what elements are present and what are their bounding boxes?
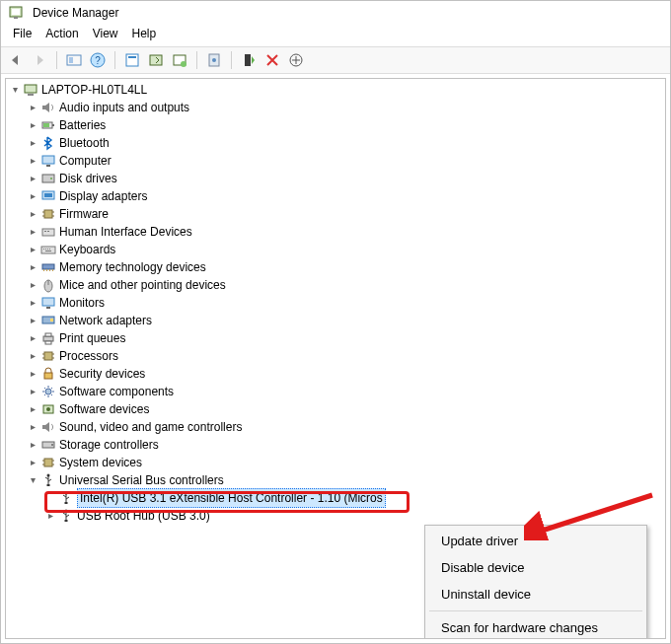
usb-icon	[58, 490, 74, 506]
update-icon[interactable]	[145, 49, 167, 71]
expander-icon[interactable]: ▸	[26, 420, 39, 434]
ctx-uninstall-device[interactable]: Uninstall device	[425, 581, 646, 608]
tree-category[interactable]: ▸Memory technology devices	[8, 258, 665, 276]
tree-category[interactable]: ▸Software devices	[8, 400, 665, 418]
svg-rect-76	[65, 502, 68, 504]
expander-icon[interactable]: ▾	[8, 83, 22, 97]
tree-category[interactable]: ▸Mice and other pointing devices	[8, 276, 665, 294]
chip-icon	[40, 206, 56, 222]
expander-icon[interactable]: ▸	[26, 385, 39, 398]
toolbar: ?	[1, 46, 670, 74]
menu-file[interactable]: File	[7, 25, 37, 42]
svg-rect-23	[42, 175, 54, 182]
help-icon[interactable]: ?	[87, 49, 109, 71]
expander-icon[interactable]: ▸	[26, 349, 39, 363]
svg-text:?: ?	[95, 55, 101, 66]
tree-category[interactable]: ▸Sound, video and game controllers	[8, 418, 665, 436]
tree-category[interactable]: ▸Disk drives	[8, 170, 665, 187]
svg-point-11	[181, 61, 186, 67]
add-legacy-icon[interactable]	[285, 49, 307, 71]
svg-rect-79	[65, 520, 68, 522]
expander-icon[interactable]: ▸	[43, 509, 57, 523]
tree-category[interactable]: ▸Bluetooth	[8, 134, 665, 152]
expander-icon[interactable]: ▸	[26, 225, 39, 239]
toolbar-separator	[196, 51, 197, 69]
tree-item-label: Batteries	[59, 116, 112, 134]
tree-category[interactable]: ▸Firmware	[8, 205, 665, 223]
expander-icon[interactable]: ▸	[26, 189, 39, 203]
expander-icon[interactable]: ▸	[26, 456, 39, 469]
svg-rect-73	[47, 484, 50, 486]
expander-icon[interactable]: ▸	[26, 101, 39, 114]
tree-category[interactable]: ▸Security devices	[8, 365, 665, 383]
speaker-icon	[40, 100, 56, 115]
tree-item-label: Security devices	[59, 365, 151, 383]
tree-category[interactable]: ▸Processors	[8, 347, 665, 365]
app-icon	[8, 5, 24, 21]
svg-rect-17	[28, 94, 34, 96]
tree-category-usb[interactable]: ▾Universal Serial Bus controllers	[8, 471, 665, 489]
tree-item-label: Firmware	[59, 205, 114, 223]
tree-item-label: Software devices	[59, 400, 155, 418]
tree-item-label: Disk drives	[59, 170, 123, 187]
expander-icon[interactable]: ▸	[26, 243, 39, 256]
ctx-scan-hardware[interactable]: Scan for hardware changes	[425, 614, 646, 639]
expander-icon[interactable]: ▸	[26, 367, 39, 381]
disable-icon[interactable]	[238, 49, 260, 71]
tree-category[interactable]: ▸System devices	[8, 454, 665, 471]
tree-item-usb-root-hub[interactable]: ▸USB Root Hub (USB 3.0)	[8, 507, 665, 525]
expander-icon[interactable]: ▾	[26, 473, 39, 487]
tree-category[interactable]: ▸Computer	[8, 152, 665, 170]
tree-item-usb-controller[interactable]: Intel(R) USB 3.1 eXtensible Host Control…	[8, 489, 665, 507]
show-hidden-icon[interactable]	[63, 49, 85, 71]
svg-rect-53	[45, 333, 51, 336]
storage-icon	[40, 437, 56, 453]
svg-rect-43	[46, 269, 47, 271]
back-button[interactable]	[5, 49, 27, 71]
scan-icon[interactable]	[169, 49, 190, 71]
expander-icon[interactable]: ▸	[26, 314, 39, 327]
tree-category[interactable]: ▸Software components	[8, 383, 665, 400]
ctx-disable-device[interactable]: Disable device	[425, 554, 646, 581]
tree-item-label: Software components	[59, 383, 180, 400]
menu-action[interactable]: Action	[39, 25, 84, 42]
menu-view[interactable]: View	[87, 25, 124, 42]
ctx-update-driver[interactable]: Update driver	[425, 528, 646, 554]
expander-icon[interactable]: ▸	[26, 154, 39, 168]
expander-icon[interactable]: ▸	[26, 136, 39, 150]
expander-icon[interactable]: ▸	[26, 260, 39, 274]
expander-icon[interactable]: ▸	[26, 118, 39, 132]
svg-rect-54	[45, 341, 51, 344]
tree-category[interactable]: ▸Display adapters	[8, 187, 665, 205]
expander-icon[interactable]: ▸	[26, 331, 39, 345]
tree-item-label: Memory technology devices	[59, 258, 212, 276]
expander-icon[interactable]: ▸	[26, 402, 39, 416]
tree-category[interactable]: ▸Batteries	[8, 116, 665, 134]
svg-rect-39	[49, 249, 50, 250]
tree-category[interactable]: ▸Print queues	[8, 329, 665, 347]
forward-button[interactable]	[29, 49, 50, 71]
tree-category[interactable]: ▸Audio inputs and outputs	[8, 99, 665, 116]
tree-root[interactable]: ▾LAPTOP-HL0TL4LL	[8, 81, 665, 99]
chip-icon	[40, 348, 56, 364]
tree-item-label: Bluetooth	[59, 134, 115, 152]
tree-category[interactable]: ▸Human Interface Devices	[8, 223, 665, 241]
swdev-icon	[40, 401, 56, 417]
expander-icon[interactable]: ▸	[26, 172, 39, 185]
properties-icon[interactable]	[121, 49, 143, 71]
svg-rect-41	[42, 264, 54, 269]
expander-icon[interactable]: ▸	[26, 296, 39, 310]
expander-icon[interactable]: ▸	[26, 207, 39, 221]
titlebar: Device Manager	[1, 1, 670, 23]
enable-icon[interactable]	[203, 49, 225, 71]
tree-category[interactable]: ▸Keyboards	[8, 241, 665, 258]
expander-icon[interactable]: ▸	[26, 278, 39, 292]
menu-help[interactable]: Help	[126, 25, 163, 42]
tree-category[interactable]: ▸Storage controllers	[8, 436, 665, 454]
uninstall-icon[interactable]	[261, 49, 283, 71]
usb-icon	[40, 472, 56, 488]
tree-category[interactable]: ▸Monitors	[8, 294, 665, 312]
expander-icon[interactable]: ▸	[26, 438, 39, 452]
tree-category[interactable]: ▸Network adapters	[8, 312, 665, 329]
toolbar-separator	[114, 51, 115, 69]
